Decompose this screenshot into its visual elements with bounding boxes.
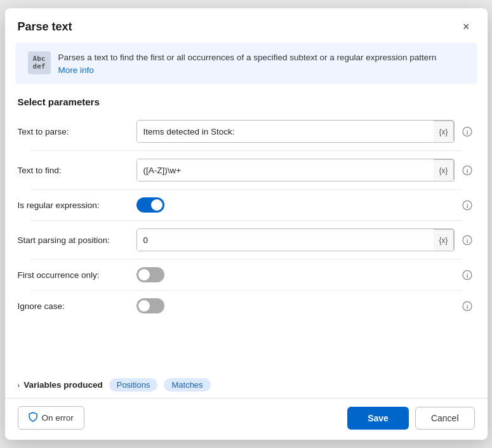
parse-text-dialog: Parse text × Abcdef Parses a text to fin…: [5, 8, 488, 440]
input-text-to-find[interactable]: {x}: [136, 159, 455, 181]
info-circle-icon: i: [462, 301, 472, 312]
var-badge-positions[interactable]: Positions: [109, 378, 158, 392]
toggle-first-occurrence[interactable]: [136, 267, 164, 282]
close-button[interactable]: ×: [458, 18, 475, 35]
var-badge-start-parsing[interactable]: {x}: [434, 229, 453, 251]
param-text-to-find: Text to find: {x} i: [18, 151, 475, 189]
section-title: Select parameters: [5, 90, 488, 112]
svg-text:i: i: [466, 202, 468, 209]
text-to-find-input[interactable]: [137, 159, 434, 181]
footer-actions: Save Cancel: [347, 407, 474, 430]
info-circle-icon: i: [462, 235, 472, 246]
info-button-text-to-find[interactable]: i: [460, 162, 475, 178]
param-first-occurrence: First occurrence only: i: [18, 260, 475, 290]
variables-produced-label: Variables produced: [23, 380, 103, 390]
info-icon: Abcdef: [28, 51, 51, 74]
var-badge-text-to-find[interactable]: {x}: [434, 159, 453, 181]
param-is-regular-expression: Is regular expression: i: [18, 190, 475, 220]
info-circle-icon: i: [462, 165, 472, 176]
on-error-button[interactable]: On error: [18, 406, 84, 430]
label-start-parsing: Start parsing at position:: [18, 235, 129, 245]
info-circle-icon: i: [462, 200, 472, 211]
label-first-occurrence: First occurrence only:: [18, 270, 129, 280]
svg-text:i: i: [466, 129, 468, 135]
svg-text:i: i: [466, 303, 468, 310]
more-info-link[interactable]: More info: [58, 65, 437, 75]
param-ignore-case: Ignore case: i: [18, 291, 475, 321]
toggle-ignore-case[interactable]: [136, 298, 164, 313]
variables-produced-section: › Variables produced Positions Matches: [5, 371, 488, 398]
shield-icon: [29, 412, 37, 424]
label-text-to-find: Text to find:: [18, 166, 129, 175]
input-text-to-parse[interactable]: {x}: [136, 120, 455, 143]
dialog-header: Parse text ×: [5, 8, 488, 43]
info-button-text-to-parse[interactable]: i: [460, 124, 475, 139]
info-button-ignore-case[interactable]: i: [460, 298, 475, 313]
dialog-footer: On error Save Cancel: [5, 398, 488, 440]
start-parsing-input[interactable]: [137, 229, 434, 251]
on-error-label: On error: [42, 413, 74, 423]
text-to-parse-input[interactable]: [137, 121, 434, 142]
info-circle-icon: i: [462, 126, 472, 137]
banner-description: Parses a text to find the first or all o…: [58, 53, 437, 62]
var-badge-text-to-parse[interactable]: {x}: [434, 121, 453, 143]
save-button[interactable]: Save: [347, 407, 409, 430]
info-button-is-regular-expression[interactable]: i: [460, 197, 475, 213]
param-text-to-parse: Text to parse: {x} i: [18, 112, 475, 150]
chevron-right-icon: ›: [18, 381, 20, 389]
cancel-button[interactable]: Cancel: [415, 407, 475, 430]
svg-text:i: i: [466, 168, 468, 174]
input-start-parsing[interactable]: {x}: [136, 228, 455, 251]
svg-text:i: i: [466, 237, 468, 244]
info-button-first-occurrence[interactable]: i: [460, 267, 475, 282]
info-button-start-parsing[interactable]: i: [460, 232, 475, 247]
info-banner: Abcdef Parses a text to find the first o…: [15, 43, 477, 84]
var-badge-matches[interactable]: Matches: [164, 378, 210, 392]
label-text-to-parse: Text to parse:: [18, 127, 129, 136]
toggle-is-regular-expression[interactable]: [136, 197, 164, 213]
dialog-title: Parse text: [18, 20, 72, 34]
label-is-regular-expression: Is regular expression:: [18, 201, 129, 210]
label-ignore-case: Ignore case:: [18, 301, 129, 311]
variables-produced-toggle[interactable]: › Variables produced: [18, 380, 103, 390]
parameters-area: Text to parse: {x} i Text to find:: [5, 112, 488, 368]
banner-content: Parses a text to find the first or all o…: [58, 51, 437, 75]
param-start-parsing: Start parsing at position: {x} i: [18, 221, 475, 259]
info-circle-icon: i: [462, 270, 472, 280]
svg-text:i: i: [466, 272, 468, 279]
